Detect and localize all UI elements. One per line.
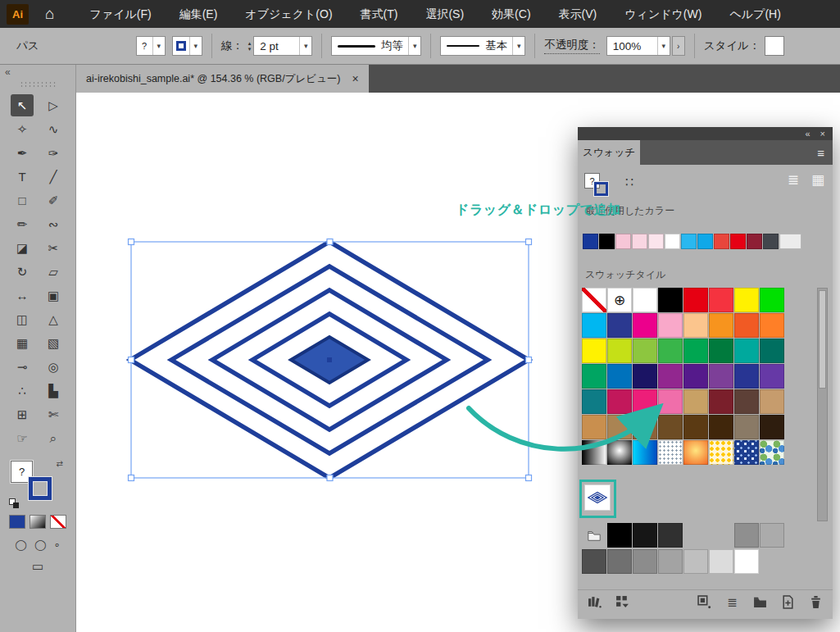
menu-item[interactable]: オブジェクト(O) xyxy=(231,0,346,28)
lasso-tool[interactable]: ∿ xyxy=(42,118,65,140)
default-fill-stroke-icon[interactable] xyxy=(13,502,19,508)
libraries-icon[interactable] xyxy=(587,594,602,610)
stroke-weight-stepper[interactable]: ▴ ▾ xyxy=(248,40,252,52)
swatch-tile[interactable] xyxy=(734,415,759,439)
fill-swatch[interactable]: ? xyxy=(137,41,152,51)
illustrator-logo-icon[interactable]: Ai xyxy=(7,4,29,25)
menu-item[interactable]: ヘルプ(H) xyxy=(715,0,794,28)
chevron-down-icon[interactable]: ▾ xyxy=(512,37,524,55)
symbol-sprayer-tool[interactable]: ∴ xyxy=(11,380,34,402)
swatch-tile[interactable] xyxy=(582,288,606,312)
recent-color-swatch[interactable] xyxy=(583,234,598,249)
swatch-tile[interactable] xyxy=(658,288,683,312)
swatch-tile[interactable] xyxy=(658,415,683,439)
stroke-color-dropdown[interactable]: ▾ xyxy=(172,36,202,56)
swatch-tile[interactable] xyxy=(633,339,657,363)
style-swatch[interactable] xyxy=(765,36,784,56)
zoom-tool[interactable]: ⌕ xyxy=(42,427,65,449)
selection-tool[interactable]: ↖ xyxy=(11,94,34,116)
swatch-tile[interactable] xyxy=(734,364,759,389)
document-tab[interactable]: ai-irekobishi_sample.ai* @ 154.36 % (RGB… xyxy=(76,65,369,93)
swatch-tile[interactable] xyxy=(607,415,632,439)
stroke-box[interactable] xyxy=(29,477,52,500)
swatch-tile[interactable] xyxy=(633,313,657,338)
swatch-tile[interactable] xyxy=(607,549,632,574)
perspective-grid-tool[interactable]: △ xyxy=(42,308,65,330)
list-view-icon[interactable]: ≣ xyxy=(788,171,799,189)
home-icon[interactable]: ⌂ xyxy=(45,0,54,28)
swatch-tile[interactable] xyxy=(633,389,657,414)
swatch-tile[interactable] xyxy=(709,415,733,439)
none-button[interactable] xyxy=(50,515,66,529)
swatch-tile[interactable] xyxy=(734,288,759,312)
panel-grip[interactable] xyxy=(20,81,56,89)
swatch-tile[interactable] xyxy=(683,313,708,338)
swatch-tile[interactable] xyxy=(683,288,708,312)
swatch-tile[interactable] xyxy=(760,415,784,439)
rotate-tool[interactable]: ↻ xyxy=(11,261,34,283)
recent-color-swatch[interactable] xyxy=(665,234,680,249)
blend-tool[interactable]: ◎ xyxy=(42,356,65,378)
recent-color-swatch[interactable] xyxy=(763,234,779,249)
recent-color-swatch[interactable] xyxy=(615,234,631,249)
swatch-tile[interactable] xyxy=(760,364,784,389)
slice-tool[interactable]: ✄ xyxy=(42,403,65,425)
artboard-tool[interactable]: ⊞ xyxy=(11,403,34,425)
menu-item[interactable]: 書式(T) xyxy=(347,0,412,28)
scrollbar[interactable] xyxy=(817,288,828,521)
swatch-tile[interactable] xyxy=(683,339,708,363)
swatch-tile[interactable] xyxy=(633,288,657,312)
rectangle-tool[interactable]: □ xyxy=(11,189,34,211)
swatch-tile[interactable] xyxy=(760,313,784,338)
swatch-tile[interactable] xyxy=(709,440,733,465)
swatch-tile[interactable] xyxy=(607,339,632,363)
swatch-tile[interactable] xyxy=(633,364,657,389)
swatch-tile[interactable] xyxy=(658,389,683,414)
swatch-tile[interactable] xyxy=(582,523,606,548)
swatch-tile[interactable] xyxy=(760,389,784,414)
curvature-tool[interactable]: ✑ xyxy=(42,142,65,164)
column-graph-tool[interactable]: ▙ xyxy=(42,380,65,402)
width-tool[interactable]: ↔ xyxy=(11,284,34,307)
recent-color-swatch[interactable] xyxy=(747,234,762,249)
free-transform-tool[interactable]: ▣ xyxy=(42,284,65,307)
grid-view-icon[interactable]: ▦ xyxy=(811,171,824,189)
swatch-tile[interactable] xyxy=(683,389,708,414)
opacity-panel-button[interactable]: › xyxy=(672,36,685,56)
swatch-tile[interactable] xyxy=(582,364,606,389)
chevron-down-icon[interactable]: ▾ xyxy=(299,37,311,55)
magic-wand-tool[interactable]: ✧ xyxy=(11,118,34,140)
swatch-options-icon[interactable] xyxy=(697,594,712,610)
chevron-down-icon[interactable]: ▾ xyxy=(408,37,420,55)
screen-mode-icon[interactable]: ▭ xyxy=(0,559,75,574)
swatch-tile[interactable] xyxy=(734,523,759,548)
pencil-tool[interactable]: ✏ xyxy=(11,213,34,235)
swatch-tile[interactable] xyxy=(658,523,683,548)
swatch-tile[interactable] xyxy=(633,523,657,548)
swatch-tile[interactable] xyxy=(582,339,606,363)
swatch-tile[interactable] xyxy=(658,549,683,574)
swatch-tile[interactable] xyxy=(658,313,683,338)
drawing-mode-icon[interactable]: ◯ xyxy=(34,539,47,551)
swatch-tile[interactable] xyxy=(760,440,784,465)
swatch-tile[interactable] xyxy=(658,364,683,389)
swatch-tile[interactable] xyxy=(658,440,683,465)
list-view-small-icon[interactable]: ≣ xyxy=(724,594,740,610)
swatch-tile[interactable] xyxy=(709,389,733,414)
brush-dropdown[interactable]: 基本 ▾ xyxy=(440,36,525,56)
swatch-tile[interactable] xyxy=(683,364,708,389)
recent-color-swatch[interactable] xyxy=(714,234,729,249)
recent-color-swatch[interactable] xyxy=(632,234,647,249)
pen-tool[interactable]: ✒ xyxy=(11,142,34,164)
swatch-tile[interactable] xyxy=(734,339,759,363)
swatch-tile[interactable] xyxy=(760,339,784,363)
swatch-tile[interactable] xyxy=(709,288,733,312)
paintbrush-tool[interactable]: ✐ xyxy=(42,189,65,211)
swatch-tile[interactable] xyxy=(607,389,632,414)
eyedropper-tool[interactable]: ⊸ xyxy=(11,356,34,378)
stroke-proxy[interactable] xyxy=(594,182,608,196)
swatch-tile[interactable] xyxy=(709,364,733,389)
menu-item[interactable]: ウィンドウ(W) xyxy=(611,0,715,28)
width-profile-dropdown[interactable]: 均等 ▾ xyxy=(331,36,421,56)
swatch-tile[interactable] xyxy=(734,313,759,338)
